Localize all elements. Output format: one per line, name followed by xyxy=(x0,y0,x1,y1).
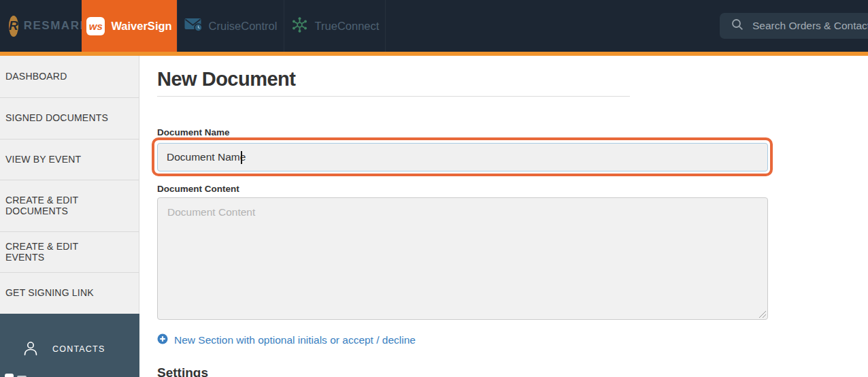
sidebar-item-create-edit-documents[interactable]: CREATE & EDIT DOCUMENTS xyxy=(0,180,139,232)
tab-cruisecontrol[interactable]: CruiseControl xyxy=(177,0,284,52)
textarea-resize-handle[interactable] xyxy=(757,309,767,318)
document-name-label: Document Name xyxy=(157,127,230,137)
sidebar-item-get-signing-link[interactable]: GET SIGNING LINK xyxy=(0,273,139,314)
sidebar-item-label: CREATE & EDIT DOCUMENTS xyxy=(5,195,118,216)
sidebar-secondary-menu: CONTACTS xyxy=(0,314,139,377)
resmark-brand[interactable]: R RESMARK xyxy=(0,0,82,52)
sidebar-item-dashboard[interactable]: DASHBOARD xyxy=(0,56,139,98)
sidebar-item-label: DASHBOARD xyxy=(5,71,67,82)
network-hub-icon xyxy=(290,16,309,37)
sidebar-item-label: VIEW BY EVENT xyxy=(5,154,81,165)
app-window: R RESMARK ws WaiverSign CruiseControl xyxy=(0,0,868,377)
sidebar-item-signed-documents[interactable]: SIGNED DOCUMENTS xyxy=(0,98,139,140)
settings-heading: Settings xyxy=(157,365,208,377)
new-section-link-label: New Section with optional initials or ac… xyxy=(174,334,416,346)
sidebar-item-label: CREATE & EDIT EVENTS xyxy=(5,242,118,263)
sidebar-item-label: SIGNED DOCUMENTS xyxy=(5,113,108,123)
top-nav: R RESMARK ws WaiverSign CruiseControl xyxy=(0,0,868,56)
tab-waiversign[interactable]: ws WaiverSign xyxy=(82,0,177,52)
document-content-textarea[interactable] xyxy=(157,197,768,320)
sidebar-item-create-edit-events[interactable]: CREATE & EDIT EVENTS xyxy=(0,232,139,273)
title-divider xyxy=(157,96,630,97)
new-section-link[interactable]: New Section with optional initials or ac… xyxy=(157,333,416,347)
tab-trueconnect-label: TrueConnect xyxy=(315,20,380,33)
sidebar-item-partial-icon[interactable] xyxy=(5,373,32,377)
sidebar-item-label: GET SIGNING LINK xyxy=(5,288,94,298)
sidebar-item-view-by-event[interactable]: VIEW BY EVENT xyxy=(0,140,139,180)
document-name-input[interactable] xyxy=(157,143,768,171)
sidebar-menu: DASHBOARD SIGNED DOCUMENTS VIEW BY EVENT… xyxy=(0,56,139,314)
main-content: New Document Document Name Document Cont… xyxy=(139,56,868,377)
envelope-clock-icon xyxy=(184,18,203,35)
tab-waiversign-label: WaiverSign xyxy=(111,20,171,33)
sidebar: DASHBOARD SIGNED DOCUMENTS VIEW BY EVENT… xyxy=(0,56,139,377)
search-input[interactable]: Search Orders & Contacts xyxy=(720,13,868,39)
tab-trueconnect[interactable]: TrueConnect xyxy=(284,0,386,52)
search-icon xyxy=(731,18,744,33)
waiversign-ws-badge-icon: ws xyxy=(86,17,105,35)
document-content-label: Document Content xyxy=(157,184,239,194)
person-icon xyxy=(22,340,39,359)
sidebar-item-contacts[interactable]: CONTACTS xyxy=(0,329,139,370)
page-title: New Document xyxy=(157,68,295,91)
resmark-logo-icon: R xyxy=(9,16,18,37)
tab-cruisecontrol-label: CruiseControl xyxy=(209,20,278,33)
sidebar-item-label: CONTACTS xyxy=(52,344,105,354)
plus-circle-icon xyxy=(157,333,168,347)
resmark-brand-label: RESMARK xyxy=(24,19,89,33)
search-placeholder-text: Search Orders & Contacts xyxy=(752,20,868,32)
text-caret xyxy=(241,151,242,164)
